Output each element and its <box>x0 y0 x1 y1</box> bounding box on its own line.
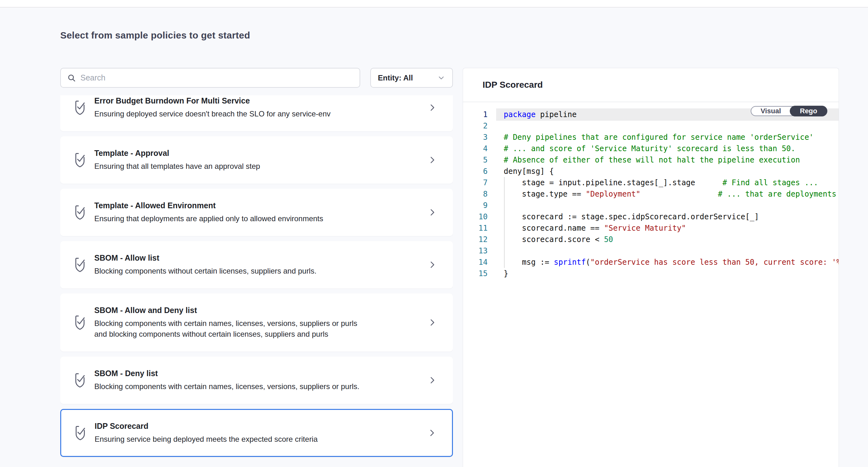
shield-check-icon <box>73 257 87 273</box>
line-code: # Deny pipelines that are configured for… <box>496 132 839 143</box>
policy-preview-panel: IDP Scorecard 1 package pipeline 2 3 # D… <box>463 68 839 467</box>
line-number: 9 <box>463 200 488 211</box>
policy-card-text: SBOM - Allow and Deny list Blocking comp… <box>94 305 421 340</box>
shield-check-icon <box>73 100 87 116</box>
policy-card[interactable]: SBOM - Deny list Blocking components wit… <box>60 356 453 404</box>
policy-list: Error Budget Burndown For Multi Service … <box>60 95 453 467</box>
entity-filter-dropdown[interactable]: Entity: All <box>370 68 453 88</box>
search-box[interactable] <box>60 68 360 88</box>
shield-check-icon <box>73 152 87 168</box>
toggle-visual-button[interactable]: Visual <box>751 107 790 116</box>
policy-card[interactable]: SBOM - Allow and Deny list Blocking comp… <box>60 293 453 351</box>
policy-description: Ensuring that deployments are applied on… <box>94 213 372 224</box>
chevron-right-icon[interactable] <box>428 317 436 328</box>
code-line: 11 scorecard.name == "Service Maturity" <box>463 223 839 234</box>
policy-description: Blocking components with certain names, … <box>94 318 372 340</box>
line-code: deny[msg] { <box>496 166 839 177</box>
code-line: 8 stage.type == "Deployment" # ... that … <box>463 188 839 200</box>
line-number: 11 <box>463 223 488 234</box>
preview-header: IDP Scorecard <box>463 68 839 101</box>
policy-card-text: SBOM - Allow list Blocking components wi… <box>94 253 421 276</box>
list-controls: Entity: All <box>60 68 453 88</box>
policy-card[interactable]: IDP Scorecard Ensuring service being dep… <box>60 409 453 457</box>
chevron-right-icon[interactable] <box>428 375 436 386</box>
top-bar <box>0 0 868 7</box>
code-line: 2 <box>463 120 839 132</box>
policy-description: Blocking components without certain lice… <box>94 266 372 276</box>
entity-filter-label: Entity: All <box>378 74 437 82</box>
preview-title: IDP Scorecard <box>483 80 543 90</box>
line-number: 1 <box>463 109 488 120</box>
visual-rego-toggle: Visual Rego <box>751 106 827 116</box>
chevron-right-icon[interactable] <box>428 259 436 270</box>
code-line: 12 scorecard.score < 50 <box>463 234 839 245</box>
chevron-right-icon[interactable] <box>428 207 436 218</box>
policy-card[interactable]: Template - Allowed Environment Ensuring … <box>60 189 453 236</box>
policy-card[interactable]: Template - Approval Ensuring that all te… <box>60 136 453 184</box>
code-line: 5 # Absence of either of these will not … <box>463 154 839 166</box>
code-line: 3 # Deny pipelines that are configured f… <box>463 132 839 143</box>
line-code <box>496 200 839 211</box>
policy-card-text: Template - Approval Ensuring that all te… <box>94 148 421 172</box>
policy-title: Error Budget Burndown For Multi Service <box>94 96 421 106</box>
line-code: # Absence of either of these will not ha… <box>496 154 839 166</box>
code-line: 15 } <box>463 268 839 279</box>
line-code: } <box>496 268 839 279</box>
code-line: 7 stage = input.pipeline.stages[_].stage… <box>463 177 839 188</box>
policy-card-text: Error Budget Burndown For Multi Service … <box>94 96 421 119</box>
line-code: scorecard.name == "Service Maturity" <box>496 223 839 234</box>
policy-title: SBOM - Deny list <box>94 369 421 378</box>
line-number: 4 <box>463 143 488 154</box>
policy-title: Template - Approval <box>94 148 421 158</box>
policy-title: SBOM - Allow list <box>94 253 421 263</box>
chevron-right-icon[interactable] <box>428 154 436 166</box>
line-code: stage = input.pipeline.stages[_].stage #… <box>496 177 839 188</box>
line-number: 2 <box>463 120 488 132</box>
policy-description: Ensuring deployed service doesn't breach… <box>94 109 372 119</box>
line-number: 15 <box>463 268 488 279</box>
code-line: 4 # ... and score of 'Service Maturity' … <box>463 143 839 154</box>
line-code: msg := sprintf("orderService has score l… <box>496 257 839 268</box>
policy-card-text: SBOM - Deny list Blocking components wit… <box>94 369 421 392</box>
line-number: 6 <box>463 166 488 177</box>
policy-card-text: Template - Allowed Environment Ensuring … <box>94 201 421 224</box>
line-number: 10 <box>463 211 488 223</box>
code-line: 6 deny[msg] { <box>463 166 839 177</box>
page-title: Select from sample policies to get start… <box>60 30 250 41</box>
line-code: scorecard.score < 50 <box>496 234 839 245</box>
chevron-right-icon[interactable] <box>428 427 436 439</box>
chevron-down-icon <box>437 74 445 82</box>
policy-card[interactable]: Error Budget Burndown For Multi Service … <box>60 95 453 131</box>
policy-card[interactable]: SBOM - Allow list Blocking components wi… <box>60 241 453 288</box>
line-number: 3 <box>463 132 488 143</box>
toggle-rego-button[interactable]: Rego <box>790 106 827 116</box>
code-line: 14 msg := sprintf("orderService has scor… <box>463 257 839 268</box>
policy-description: Ensuring service being deployed meets th… <box>95 434 372 445</box>
line-number: 8 <box>463 188 488 200</box>
search-icon <box>67 74 76 82</box>
policy-description: Ensuring that all templates have an appr… <box>94 161 372 172</box>
shield-check-icon <box>74 425 87 441</box>
line-number: 14 <box>463 257 488 268</box>
line-number: 5 <box>463 154 488 166</box>
code-line: 10 scorecard := stage.spec.idpScorecard.… <box>463 211 839 223</box>
code-line: 13 <box>463 245 839 257</box>
policy-title: SBOM - Allow and Deny list <box>94 305 421 315</box>
line-code: stage.type == "Deployment" # ... that ar… <box>496 188 839 200</box>
line-code: # ... and score of 'Service Maturity' sc… <box>496 143 839 154</box>
chevron-right-icon[interactable] <box>428 102 436 113</box>
rego-code-editor[interactable]: 1 package pipeline 2 3 # Deny pipelines … <box>463 102 839 467</box>
policy-card-text: IDP Scorecard Ensuring service being dep… <box>95 421 421 445</box>
indent-guide <box>504 177 505 268</box>
code-line: 9 <box>463 200 839 211</box>
line-code <box>496 245 839 257</box>
policy-title: IDP Scorecard <box>95 421 421 431</box>
line-number: 13 <box>463 245 488 257</box>
search-input[interactable] <box>81 73 353 82</box>
code-lines: 1 package pipeline 2 3 # Deny pipelines … <box>463 109 839 279</box>
shield-check-icon <box>73 204 87 220</box>
policy-description: Blocking components with certain names, … <box>94 381 372 392</box>
line-code <box>496 120 839 132</box>
shield-check-icon <box>73 372 87 388</box>
policy-title: Template - Allowed Environment <box>94 201 421 210</box>
